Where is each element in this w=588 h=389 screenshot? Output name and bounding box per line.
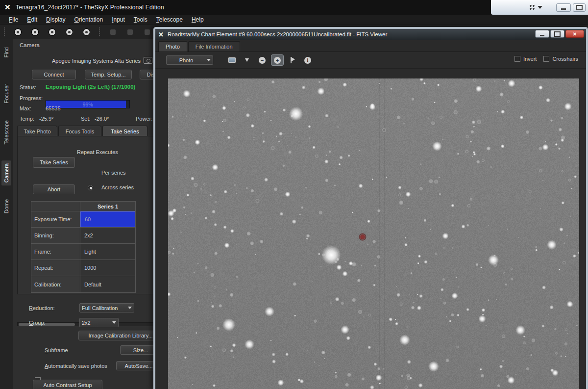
progress-label: Progress:: [20, 95, 43, 101]
zoom-out-button[interactable]: –: [256, 55, 268, 65]
pointer-tool-button[interactable]: [241, 55, 253, 65]
fits-tab-photo[interactable]: Photo: [158, 41, 187, 52]
tab-focus-tools[interactable]: Focus Tools: [58, 126, 101, 136]
status-label: Status:: [20, 84, 36, 90]
fits-minimize-button[interactable]: [535, 30, 549, 38]
frame-input[interactable]: Light: [80, 244, 135, 259]
temp-value: -25.9°: [39, 116, 53, 122]
series-1-header: Series 1: [80, 202, 135, 211]
auto-contrast-setup-button[interactable]: Auto Contrast Setup: [33, 380, 102, 389]
reduction-dropdown[interactable]: Full Calibration: [79, 303, 134, 312]
starfield-canvas[interactable]: [168, 78, 579, 389]
set-value: -26.0°: [95, 116, 109, 122]
max-label: Max:: [20, 105, 31, 111]
toolbar-button-disabled-2[interactable]: [127, 29, 133, 35]
info-button[interactable]: i: [302, 55, 314, 65]
menu-edit[interactable]: Edit: [23, 15, 41, 24]
chevron-down-icon[interactable]: [538, 6, 542, 9]
toolbar-button-5[interactable]: [83, 29, 90, 35]
minimize-button[interactable]: [556, 3, 571, 12]
sidebar-tab-camera[interactable]: Camera: [1, 160, 11, 185]
toolbar-button-disabled-3[interactable]: [145, 29, 150, 35]
sidebar-tab-dome[interactable]: Dome: [1, 196, 11, 216]
menu-telescope[interactable]: Telescope: [152, 15, 187, 24]
chevron-down-icon: [207, 59, 211, 61]
save-image-button[interactable]: [226, 55, 238, 65]
table-row-binning: Binning: 2x2: [31, 228, 135, 244]
invert-option: Invert: [514, 56, 537, 62]
camera-icon[interactable]: [144, 57, 152, 64]
toolbar-grip[interactable]: [4, 27, 5, 36]
table-row-exposure: Exposure Time: 60: [31, 211, 135, 228]
sidebar-tab-telescope[interactable]: Telescope: [1, 117, 11, 148]
grid-dots-icon[interactable]: [529, 4, 536, 11]
power-label: Power:: [136, 116, 152, 122]
zoom-mode-dropdown[interactable]: Photo: [166, 55, 213, 65]
starfield-image[interactable]: [168, 78, 579, 389]
fits-close-button[interactable]: ✕: [565, 30, 584, 38]
menu-file[interactable]: File: [5, 15, 22, 24]
fits-viewer-window: ✕ RoadtstarMy Chart Element #9 60.000sec…: [153, 27, 588, 389]
fits-tab-file-information[interactable]: File Information: [188, 41, 240, 52]
set-label: Set:: [81, 116, 91, 122]
subframe-label: Subframe: [45, 347, 68, 353]
menu-display[interactable]: Display: [42, 15, 69, 24]
toolbar-button-4[interactable]: [66, 29, 73, 35]
invert-label: Invert: [523, 56, 537, 62]
take-series-button[interactable]: Take Series: [33, 157, 75, 168]
toolbar-grip[interactable]: [99, 27, 100, 36]
repeat-input[interactable]: 1000: [80, 260, 135, 276]
group-label: Group:: [29, 320, 46, 326]
menu-orientation[interactable]: Orientation: [70, 15, 107, 24]
fits-window-controls: ✕: [535, 30, 584, 38]
menu-tools[interactable]: Tools: [130, 15, 151, 24]
flag-icon: [290, 57, 295, 63]
cursor-icon: [245, 58, 249, 62]
connect-button[interactable]: Connect: [32, 70, 76, 79]
group-dropdown[interactable]: 2x2: [79, 318, 119, 327]
main-titlebar[interactable]: ✕ Tenagra16_24oct2017* - TheSkyX Profess…: [0, 0, 588, 15]
fits-window-title: RoadtstarMy Chart Element #9 60.000secs …: [168, 31, 387, 37]
temp-label: Temp:: [20, 116, 34, 122]
sidebar-tab-find[interactable]: Find: [1, 44, 11, 60]
image-icon: [228, 57, 236, 63]
repeat-executes-label: Repeat Executes: [77, 149, 118, 155]
abort-button[interactable]: Abort: [33, 184, 75, 194]
camera-device-name: Apogee Imaging Systems Alta Series: [20, 58, 141, 64]
tab-take-series[interactable]: Take Series: [102, 126, 147, 136]
temp-setup-button[interactable]: Temp. Setup...: [85, 70, 132, 79]
flag-marker-button[interactable]: [287, 55, 298, 65]
app-root: ✕ Tenagra16_24oct2017* - TheSkyX Profess…: [0, 0, 588, 389]
menubar: File Edit Display Orientation Input Tool…: [0, 15, 588, 25]
calibration-input[interactable]: Default: [80, 276, 135, 292]
menu-help[interactable]: Help: [188, 15, 208, 24]
camera-panel: Camera Apogee Imaging Systems Alta Serie…: [13, 39, 162, 389]
image-calibration-library-button[interactable]: Image Calibration Library...: [78, 331, 162, 340]
table-row-calibration: Calibration: Default: [31, 276, 135, 292]
zoom-in-button[interactable]: +: [271, 55, 283, 65]
fits-display-options: Invert Crosshairs: [514, 56, 578, 62]
fits-titlebar[interactable]: ✕ RoadtstarMy Chart Element #9 60.000sec…: [155, 29, 586, 40]
fits-logo-icon: ✕: [158, 31, 164, 38]
binning-input[interactable]: 2x2: [80, 228, 135, 243]
crosshairs-checkbox[interactable]: [543, 56, 549, 62]
titlebar-right-area: [491, 0, 588, 15]
toolbar-button-3[interactable]: [49, 29, 55, 35]
exposure-time-input[interactable]: 60: [80, 211, 135, 227]
toolbar-button-disabled-1[interactable]: [110, 29, 116, 35]
toolbar-button-2[interactable]: [32, 29, 38, 35]
zoom-out-icon: –: [259, 57, 266, 64]
fits-maximize-button[interactable]: [550, 30, 564, 38]
series-table-header-row: Series 1: [31, 202, 135, 211]
sidebar-tab-focuser[interactable]: Focuser: [1, 81, 11, 106]
toolbar-button-1[interactable]: [15, 29, 21, 35]
maximize-button[interactable]: [573, 3, 586, 12]
left-tab-strip: Find Focuser Telescope Camera Dome: [0, 39, 13, 389]
reduction-label: Reduction:: [29, 305, 55, 311]
fits-toolbar: Photo – + i Invert Crosshairs: [155, 52, 586, 69]
scrollbar-thumb[interactable]: [19, 323, 75, 326]
tab-take-photo[interactable]: Take Photo: [17, 126, 57, 136]
invert-checkbox[interactable]: [514, 56, 520, 62]
per-series-radio[interactable]: [88, 185, 93, 190]
menu-input[interactable]: Input: [108, 15, 129, 24]
